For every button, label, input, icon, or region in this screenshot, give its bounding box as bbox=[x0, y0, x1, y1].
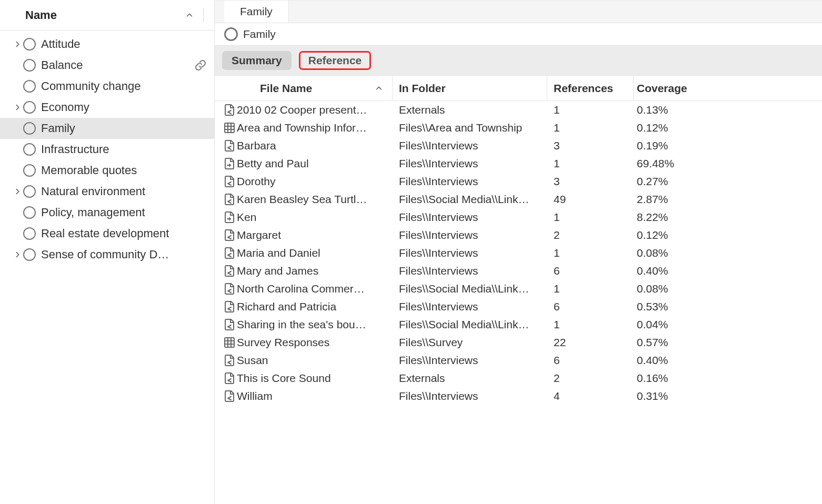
cell-references: 49 bbox=[547, 193, 634, 206]
table-row[interactable]: 2010 02 Cooper present…Externals10.13% bbox=[215, 101, 822, 119]
sidebar-item-natural-environment[interactable]: Natural environment bbox=[0, 181, 214, 202]
table-row[interactable]: Area and Township Infor…Files\\Area and … bbox=[215, 119, 822, 137]
cell-references: 4 bbox=[547, 390, 634, 402]
column-header-coverage[interactable]: Coverage bbox=[634, 82, 704, 95]
node-title-row: Family bbox=[215, 23, 822, 46]
cell-coverage: 0.19% bbox=[634, 139, 704, 152]
svg-rect-5 bbox=[225, 338, 234, 347]
cell-infolder: Files\\Social Media\\Link… bbox=[393, 193, 547, 206]
table-row[interactable]: BarbaraFiles\\Interviews30.19% bbox=[215, 137, 822, 155]
table-row[interactable]: MargaretFiles\\Interviews20.12% bbox=[215, 226, 822, 244]
cell-references: 3 bbox=[547, 139, 634, 152]
sidebar-item-label: Community change bbox=[41, 79, 141, 93]
sidebar-item-memorable-quotes[interactable]: Memorable quotes bbox=[0, 160, 214, 181]
sidebar-item-sense-of-community-d[interactable]: Sense of community D… bbox=[0, 244, 214, 265]
sidebar-item-family[interactable]: Family bbox=[0, 118, 214, 139]
view-subtabs: Summary Reference bbox=[215, 46, 822, 76]
sidebar-item-attitude[interactable]: Attitude bbox=[0, 34, 214, 55]
table-row[interactable]: KenFiles\\Interviews18.22% bbox=[215, 208, 822, 226]
sidebar-item-policy-management[interactable]: Policy, management bbox=[0, 202, 214, 223]
table-row[interactable]: Richard and PatriciaFiles\\Interviews60.… bbox=[215, 298, 822, 316]
sidebar-item-label: Policy, management bbox=[41, 206, 145, 219]
sidebar-item-label: Balance bbox=[41, 58, 83, 72]
sidebar-item-balance[interactable]: Balance bbox=[0, 55, 214, 76]
cell-infolder: Files\\Interviews bbox=[393, 265, 547, 277]
cell-references: 2 bbox=[547, 372, 634, 385]
expand-chevron-icon[interactable] bbox=[13, 39, 23, 49]
sidebar-item-label: Attitude bbox=[41, 37, 81, 51]
tab-family[interactable]: Family bbox=[224, 1, 289, 23]
cell-filename: Survey Responses bbox=[237, 336, 393, 349]
nodes-tree: AttitudeBalanceCommunity changeEconomyFa… bbox=[0, 31, 214, 265]
subtab-reference-label: Reference bbox=[308, 54, 362, 66]
table-row[interactable]: Maria and DanielFiles\\Interviews10.08% bbox=[215, 244, 822, 262]
link-icon[interactable] bbox=[193, 58, 208, 73]
cell-infolder: Files\\Interviews bbox=[393, 175, 547, 188]
doc-share-icon bbox=[223, 193, 236, 206]
sort-asc-icon bbox=[375, 82, 383, 95]
sidebar: Name AttitudeBalanceCommunity changeEcon… bbox=[0, 0, 215, 504]
table-row[interactable]: WilliamFiles\\Interviews40.31% bbox=[215, 387, 822, 405]
cell-references: 22 bbox=[547, 336, 634, 349]
sidebar-item-label: Infrastructure bbox=[41, 143, 109, 156]
table-row[interactable]: Betty and PaulFiles\\Interviews169.48% bbox=[215, 155, 822, 173]
node-circle-icon bbox=[23, 185, 36, 198]
expand-chevron-icon[interactable] bbox=[13, 186, 23, 197]
table-row[interactable]: Mary and JamesFiles\\Interviews60.40% bbox=[215, 262, 822, 280]
doc-share-icon bbox=[223, 318, 236, 331]
cell-filename: Betty and Paul bbox=[237, 157, 393, 170]
table-row[interactable]: This is Core SoundExternals20.16% bbox=[215, 369, 822, 387]
sidebar-item-real-estate-development[interactable]: Real estate development bbox=[0, 223, 214, 244]
table-row[interactable]: SusanFiles\\Interviews60.40% bbox=[215, 351, 822, 369]
cell-filename: Mary and James bbox=[237, 265, 393, 277]
subtab-reference[interactable]: Reference bbox=[299, 51, 372, 70]
node-circle-icon bbox=[23, 59, 36, 72]
expand-chevron-icon[interactable] bbox=[13, 102, 23, 113]
node-circle-icon bbox=[23, 101, 36, 114]
cell-filename: Sharing in the sea's bou… bbox=[237, 318, 393, 331]
cell-references: 1 bbox=[547, 318, 634, 331]
cell-references: 1 bbox=[547, 122, 634, 134]
node-circle-icon bbox=[23, 206, 36, 219]
sort-chevron-up-icon[interactable] bbox=[185, 11, 194, 19]
table-row[interactable]: Survey ResponsesFiles\\Survey220.57% bbox=[215, 334, 822, 351]
table-row[interactable]: North Carolina Commer…Files\\Social Medi… bbox=[215, 280, 822, 298]
sidebar-item-economy[interactable]: Economy bbox=[0, 97, 214, 118]
cell-filename: North Carolina Commer… bbox=[237, 283, 393, 295]
subtab-summary[interactable]: Summary bbox=[222, 51, 292, 70]
expand-chevron-icon[interactable] bbox=[13, 249, 23, 260]
cell-filename: Barbara bbox=[237, 139, 393, 152]
column-header-filename[interactable]: File Name bbox=[237, 76, 393, 100]
sidebar-column-header[interactable]: Name bbox=[0, 0, 214, 31]
column-header-references[interactable]: References bbox=[547, 76, 634, 100]
cell-infolder: Files\\Interviews bbox=[393, 139, 547, 152]
cell-infolder: Externals bbox=[393, 372, 547, 385]
sidebar-header-label: Name bbox=[25, 8, 57, 22]
cell-filename: Area and Township Infor… bbox=[237, 122, 393, 134]
summary-table: File Name In Folder References Coverage … bbox=[215, 76, 822, 504]
column-header-infolder[interactable]: In Folder bbox=[393, 76, 547, 100]
cell-infolder: Files\\Interviews bbox=[393, 211, 547, 224]
node-circle-icon bbox=[23, 248, 36, 261]
table-row[interactable]: Karen Beasley Sea Turtl…Files\\Social Me… bbox=[215, 190, 822, 208]
cell-infolder: Files\\Interviews bbox=[393, 390, 547, 402]
cell-filename: Susan bbox=[237, 354, 393, 367]
table-row[interactable]: DorothyFiles\\Interviews30.27% bbox=[215, 173, 822, 190]
cell-coverage: 69.48% bbox=[634, 157, 704, 170]
cell-coverage: 0.08% bbox=[634, 283, 704, 295]
cell-coverage: 0.40% bbox=[634, 265, 704, 277]
cell-coverage: 0.31% bbox=[634, 390, 704, 402]
column-header-coverage-label: Coverage bbox=[637, 82, 687, 94]
node-circle-icon bbox=[23, 143, 36, 156]
sidebar-item-community-change[interactable]: Community change bbox=[0, 76, 214, 97]
table-row[interactable]: Sharing in the sea's bou…Files\\Social M… bbox=[215, 316, 822, 334]
cell-filename: Maria and Daniel bbox=[237, 247, 393, 259]
cell-references: 6 bbox=[547, 354, 634, 367]
cell-references: 1 bbox=[547, 247, 634, 259]
doc-share-icon bbox=[223, 229, 236, 241]
cell-infolder: Files\\Social Media\\Link… bbox=[393, 318, 547, 331]
sidebar-item-label: Memorable quotes bbox=[41, 164, 137, 177]
cell-filename: Margaret bbox=[237, 229, 393, 241]
sidebar-item-infrastructure[interactable]: Infrastructure bbox=[0, 139, 214, 160]
tab-label: Family bbox=[240, 5, 273, 18]
